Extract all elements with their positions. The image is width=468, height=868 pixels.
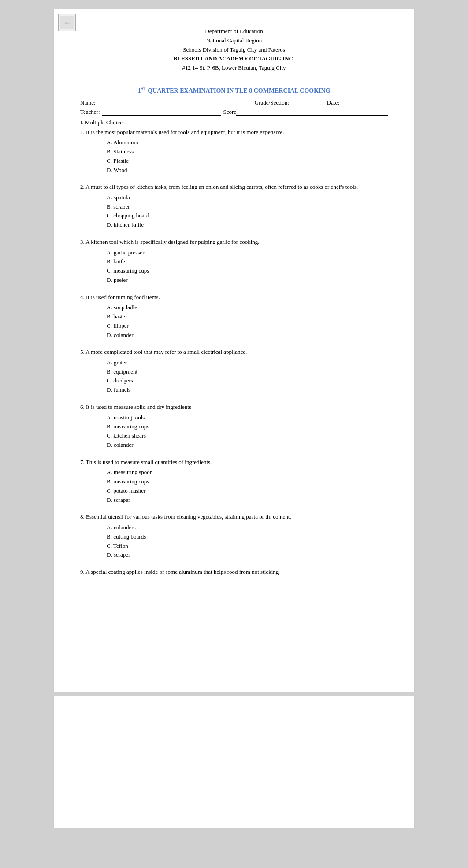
name-line [97,99,252,106]
list-item: D. scraper [107,496,388,505]
school-logo: IMG [58,14,76,31]
questions-container: 1. It is the most popular materials used… [80,128,388,576]
score-line [236,108,388,116]
question-8-text: 8. Essential utensil for various tasks f… [80,513,388,521]
question-7-text: 7. This is used to measure small quantit… [80,458,388,467]
header-line4: BLESSED LAND ACADEMY OF TAGUIG INC. [80,54,388,64]
question-2-text: 2. A must to all types of kitchen tasks,… [80,183,388,191]
question-8-choices: A. colanders B. cutting boards C. Teflon… [80,523,388,560]
list-item: B. Stainless [107,147,388,157]
header-line2: National Capital Region [80,36,388,45]
question-6-choices: A. roasting tools B. measuring cups C. k… [80,413,388,450]
question-7: 7. This is used to measure small quantit… [80,458,388,505]
document-header: Department of Education National Capital… [80,27,388,73]
question-9: 9. A special coating applies inside of s… [80,568,388,576]
question-4-choices: A. soup ladle B. baster C. flipper D. co… [80,303,388,340]
question-2-choices: A. spatula B. scraper C. chopping board … [80,193,388,230]
list-item: B. baster [107,312,388,322]
question-3-choices: A. garlic presser B. knife C. measuring … [80,248,388,285]
question-3: 3. A kitchen tool which is specifically … [80,238,388,285]
title-sup: ST [141,86,146,91]
question-5-text: 5. A more complicated tool that may refe… [80,348,388,356]
list-item: D. Wood [107,166,388,175]
document: IMG Department of Education National Cap… [53,9,415,692]
date-label: Date: [327,99,339,106]
list-item: B. equipment [107,367,388,377]
grade-section-line [289,99,324,106]
list-item: A. garlic presser [107,248,388,258]
list-item: D. peeler [107,276,388,285]
svg-text:IMG: IMG [64,22,70,24]
list-item: C. dredgers [107,376,388,385]
list-item: A. measuring spoon [107,468,388,477]
list-item: B. scraper [107,202,388,212]
list-item: A. roasting tools [107,413,388,423]
question-1-text: 1. It is the most popular materials used… [80,128,388,137]
list-item: B. measuring cups [107,422,388,431]
question-5-choices: A. grater B. equipment C. dredgers D. fu… [80,358,388,395]
list-item: D. colander [107,331,388,340]
teacher-label: Teacher: [80,108,100,116]
list-item: D. colander [107,441,388,450]
list-item: C. flipper [107,322,388,331]
question-3-text: 3. A kitchen tool which is specifically … [80,238,388,247]
list-item: C. Plastic [107,157,388,166]
list-item: B. measuring cups [107,477,388,486]
question-1-choices: A. Aluminum B. Stainless C. Plastic D. W… [80,138,388,175]
list-item: C. measuring cups [107,266,388,276]
question-6-text: 6. It is used to measure solid and dry i… [80,403,388,412]
page-wrapper: IMG Department of Education National Cap… [0,0,468,868]
header-line3: Schools Division of Taguig City and Pate… [80,45,388,55]
list-item: A. soup ladle [107,303,388,312]
list-item: A. colanders [107,523,388,532]
list-item: C. potato masher [107,486,388,496]
list-item: D. funnels [107,385,388,395]
list-item: C. kitchen shears [107,431,388,441]
header-line5: #12 14 St. P-6B, Lower Bicutan, Taguig C… [80,64,388,73]
teacher-line [102,108,221,116]
list-item: D. scraper [107,550,388,560]
list-item: A. Aluminum [107,138,388,147]
question-9-text: 9. A special coating applies inside of s… [80,568,388,576]
fields-row-1: Name: Grade/Section: Date: [80,99,388,106]
list-item: C. chopping board [107,211,388,221]
title-main: QUARTER EXAMINATION IN TLE 8 COMMERCIAL … [146,87,331,94]
question-7-choices: A. measuring spoon B. measuring cups C. … [80,468,388,505]
header-line1: Department of Education [80,27,388,36]
grade-section-label: Grade/Section: [255,99,289,106]
question-1: 1. It is the most popular materials used… [80,128,388,175]
fields-row-2: Teacher: Score [80,108,388,116]
list-item: A. grater [107,358,388,367]
question-4-text: 4. It is used for turning food items. [80,293,388,302]
list-item: A. spatula [107,193,388,202]
question-6: 6. It is used to measure solid and dry i… [80,403,388,450]
list-item: B. knife [107,257,388,266]
date-line [339,99,388,106]
name-label: Name: [80,99,96,106]
bottom-continuation-area [53,696,415,828]
list-item: C. Teflon [107,542,388,551]
question-4: 4. It is used for turning food items. A.… [80,293,388,340]
question-2: 2. A must to all types of kitchen tasks,… [80,183,388,230]
list-item: D. kitchen knife [107,221,388,230]
list-item: B. cutting boards [107,532,388,542]
score-label: Score [223,108,237,116]
question-5: 5. A more complicated tool that may refe… [80,348,388,395]
exam-title: 1ST QUARTER EXAMINATION IN TLE 8 COMMERC… [80,86,388,94]
section-title: I. Multiple Choice: [80,119,388,126]
question-8: 8. Essential utensil for various tasks f… [80,513,388,560]
